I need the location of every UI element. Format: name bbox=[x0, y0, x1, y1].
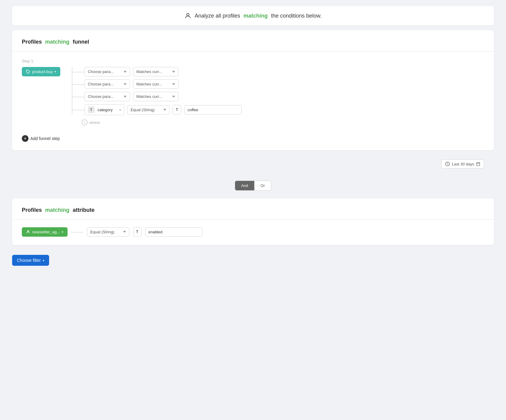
coffee-input[interactable] bbox=[184, 105, 242, 115]
time-button[interactable]: Last 30 days bbox=[441, 159, 484, 168]
filter-rows: Choose para... Matches curr... Choose pa… bbox=[85, 67, 242, 125]
card-divider bbox=[12, 51, 494, 52]
calendar-icon bbox=[476, 162, 480, 166]
filter-row-2: Choose para... Matches curr... bbox=[85, 79, 242, 89]
where-row: + where bbox=[82, 119, 242, 125]
funnel-title: Profiles matching funnel bbox=[22, 39, 484, 45]
add-funnel-step-button[interactable]: + Add funnel step bbox=[22, 135, 60, 142]
cat-chevron: ▾ bbox=[119, 108, 121, 112]
and-or-group: And Or bbox=[235, 181, 271, 191]
bottom-bar: Choose filter ▾ bbox=[12, 250, 494, 271]
filter-row-1: Choose para... Matches curr... bbox=[85, 67, 242, 76]
and-or-row: And Or bbox=[12, 178, 494, 194]
chevron-down-icon: ▾ bbox=[43, 259, 44, 262]
match-select-2[interactable]: Matches curr... bbox=[133, 79, 178, 89]
step-label: Step 1: bbox=[22, 59, 484, 63]
attribute-title: Profiles matching attribute bbox=[22, 207, 484, 213]
tag-icon bbox=[26, 70, 30, 74]
attribute-card: Profiles matching attribute newsletter_a… bbox=[12, 198, 494, 245]
attribute-button[interactable]: newsletter_ag... ▾ bbox=[22, 227, 68, 237]
top-banner-text: Analyze all profiles matching the condit… bbox=[195, 13, 321, 19]
time-row: Last 30 days bbox=[12, 155, 494, 173]
top-banner: Analyze all profiles matching the condit… bbox=[12, 6, 494, 25]
attr-equal-select[interactable]: Equal (String) bbox=[87, 227, 129, 237]
category-select[interactable]: category bbox=[98, 108, 118, 112]
plus-circle-icon: + bbox=[22, 135, 28, 142]
param-select-2[interactable]: Choose para... bbox=[85, 79, 130, 89]
param-select-3[interactable]: Choose para... bbox=[85, 92, 130, 101]
attr-type-badge: T bbox=[133, 227, 141, 237]
category-wrapper[interactable]: T category ▾ bbox=[85, 104, 124, 115]
attr-chevron-icon: ▾ bbox=[62, 230, 63, 234]
and-button[interactable]: And bbox=[235, 181, 254, 190]
svg-point-7 bbox=[28, 230, 29, 232]
or-button[interactable]: Or bbox=[254, 181, 271, 190]
person-attr-icon bbox=[26, 230, 30, 234]
filter-row-3: Choose para... Matches curr... bbox=[85, 92, 242, 101]
connector-dash: —— bbox=[71, 229, 83, 235]
filter-row-category: T category ▾ Equal (String) T bbox=[85, 104, 242, 115]
person-icon bbox=[184, 12, 191, 19]
match-select-3[interactable]: Matches curr... bbox=[133, 92, 178, 101]
funnel-card: Profiles matching funnel Step 1: product… bbox=[12, 30, 494, 150]
step-row: product.buy ▾ Choose para... Matches cur… bbox=[22, 67, 484, 125]
choose-filter-button[interactable]: Choose filter ▾ bbox=[12, 255, 49, 266]
match-select-1[interactable]: Matches curr... bbox=[133, 67, 178, 76]
param-select-1[interactable]: Choose para... bbox=[85, 67, 130, 76]
attr-value-input[interactable] bbox=[145, 227, 203, 237]
chevron-icon: ▾ bbox=[55, 70, 56, 73]
attribute-row: newsletter_ag... ▾ —— Equal (String) T bbox=[22, 227, 484, 237]
type-badge: T bbox=[173, 105, 181, 115]
event-button[interactable]: product.buy ▾ bbox=[22, 67, 60, 76]
svg-point-0 bbox=[187, 13, 189, 16]
svg-rect-3 bbox=[477, 162, 480, 166]
category-icon: T bbox=[88, 106, 95, 113]
time-row-container: Last 30 days bbox=[12, 155, 494, 173]
equal-string-select[interactable]: Equal (String) bbox=[127, 105, 170, 115]
clock-icon bbox=[445, 162, 450, 166]
attribute-card-divider bbox=[12, 219, 494, 220]
where-plus-icon[interactable]: + bbox=[82, 119, 88, 125]
